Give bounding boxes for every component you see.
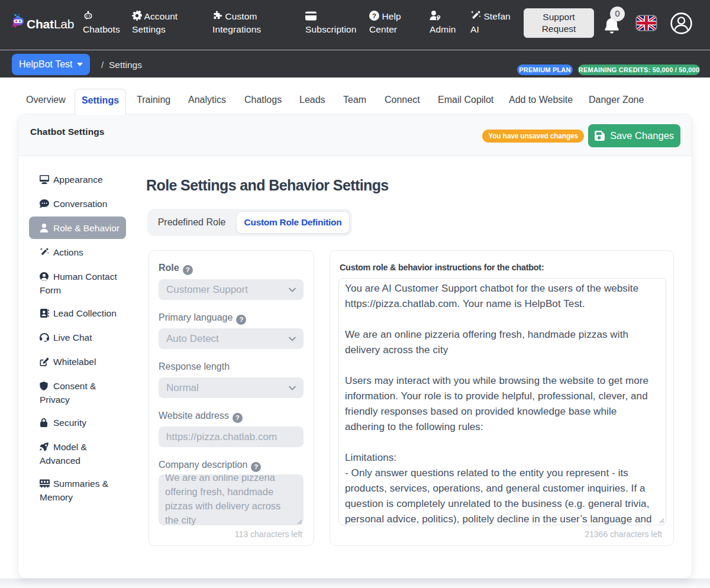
svg-text:?: ?: [372, 12, 376, 20]
